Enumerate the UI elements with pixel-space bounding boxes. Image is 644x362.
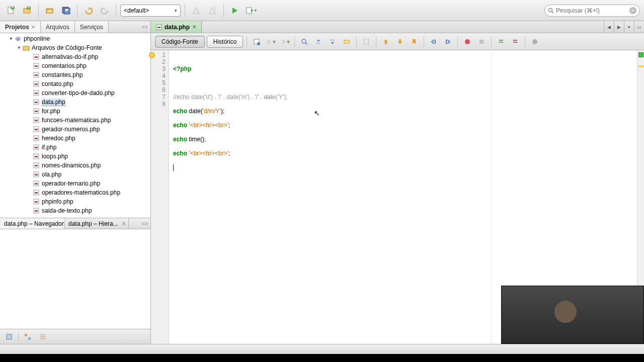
tree-file-item[interactable]: data.php [0,98,150,107]
tree-file-item[interactable]: phpinfo.php [0,197,150,206]
folder-icon [22,44,30,51]
svg-rect-36 [35,138,38,139]
new-file-icon[interactable]: + [4,4,18,18]
close-tab-icon[interactable]: ✕ [192,24,196,30]
build-icon[interactable] [189,4,203,18]
run-config-combo[interactable]: <default> ▾ [120,5,181,17]
uncomment-icon[interactable] [509,36,521,48]
tree-file-item[interactable]: saida-de-texto.php [0,206,150,215]
close-icon[interactable]: ✕ [31,25,35,30]
run-icon[interactable] [228,4,242,18]
tree-file-item[interactable]: ola.php [0,170,150,179]
view-history-button[interactable]: Histórico [207,36,244,48]
svg-rect-66 [331,39,335,41]
nav-icon-2[interactable] [22,331,34,343]
search-input[interactable] [556,7,627,14]
line-gutter: 1 2 3 4 5 6 7 8 [151,50,169,344]
prev-bookmark-icon[interactable] [380,36,392,48]
maximize-editor-icon[interactable]: ▭ [634,21,644,33]
toggle-bookmark-icon[interactable] [408,36,420,48]
tree-source-folder[interactable]: ▼ Arquivos de Código-Fonte [0,43,150,52]
redo-icon[interactable] [98,4,112,18]
tab-list-icon[interactable]: ▾ [624,21,634,33]
search-box[interactable]: ✕ [544,5,640,17]
navigator-toolbar [0,329,150,344]
prev-tab-icon[interactable]: ◀ [604,21,614,33]
open-icon[interactable] [43,4,57,18]
warning-marker-icon[interactable] [638,65,643,67]
undo-icon[interactable] [82,4,96,18]
tree-file-item[interactable]: operadores-matematicos.php [0,188,150,197]
svg-point-62 [257,42,260,45]
shift-left-icon[interactable] [428,36,440,48]
find-prev-icon[interactable] [312,36,325,48]
tree-file-item[interactable]: for.php [0,107,150,116]
tree-file-item[interactable]: alternativas-do-if.php [0,52,150,61]
php-file-icon [32,207,40,214]
forward-icon[interactable]: ▾ [279,36,291,48]
tab-services[interactable]: Serviços [75,21,109,33]
tree-file-item[interactable]: loops.php [0,152,150,161]
svg-rect-9 [65,9,68,11]
tab-navigator[interactable]: data.php – Navegador [0,218,64,229]
find-next-icon[interactable] [327,36,339,48]
php-file-icon [32,71,40,78]
new-project-icon[interactable]: + [20,4,34,18]
close-icon[interactable]: ✕ [121,220,126,227]
navigator-body [0,229,150,329]
minimize-panel-icon[interactable]: ▭ [139,21,150,33]
toggle-rect-select-icon[interactable] [360,36,372,48]
last-edit-icon[interactable] [251,36,263,48]
php-file-icon [32,189,40,196]
comment-icon[interactable] [495,36,507,48]
macro-stop-icon[interactable] [475,36,488,48]
tree-file-item[interactable]: contato.php [0,79,150,88]
debug-icon[interactable]: ▾ [244,4,258,18]
svg-rect-42 [35,165,38,166]
tab-hierarchy[interactable]: data.php – Hiera...✕ [64,218,129,229]
disclosure-triangle-icon[interactable]: ▼ [8,36,14,41]
find-selection-icon[interactable] [298,36,310,48]
svg-rect-38 [35,147,38,148]
panel-tabs: Projetos✕ Arquivos Serviços ▭ [0,21,150,33]
macro-record-icon[interactable] [461,36,473,48]
save-all-icon[interactable] [59,4,73,18]
svg-point-80 [532,39,537,44]
shift-right-icon[interactable] [442,36,454,48]
tree-file-item[interactable]: converter-tipo-de-dado.php [0,88,150,98]
svg-rect-70 [399,39,401,42]
nav-icon-1[interactable] [3,331,15,343]
view-source-button[interactable]: Código-Fonte [155,36,205,48]
editor-tabs: data.php ✕ ◀ ▶ ▾ ▭ [151,21,644,33]
php-file-icon [32,108,40,115]
disclosure-triangle-icon[interactable]: ▼ [16,45,22,50]
svg-rect-16 [23,46,29,50]
svg-text:php: php [15,36,22,41]
nav-icon-3[interactable] [37,331,49,343]
editor-tab-data-php[interactable]: data.php ✕ [151,21,202,33]
goto-icon[interactable] [529,36,541,48]
svg-rect-28 [35,102,38,103]
next-bookmark-icon[interactable] [394,36,406,48]
project-tree[interactable]: ▼ php phponline ▼ Arquivos de Código-Fon… [0,33,150,218]
tree-file-item[interactable]: gerador-numeros.php [0,125,150,134]
tree-file-item[interactable]: operador-ternario.php [0,179,150,188]
tab-files[interactable]: Arquivos [41,21,75,33]
highlight-icon[interactable] [341,36,353,48]
tree-file-item[interactable]: nomes-dinamicos.php [0,161,150,170]
tree-file-item[interactable]: if.php [0,143,150,152]
back-icon[interactable]: ▾ [265,36,277,48]
clean-build-icon[interactable] [205,4,219,18]
svg-rect-18 [35,56,38,58]
svg-rect-48 [35,192,38,194]
tree-project-node[interactable]: ▼ php phponline [0,34,150,43]
clear-search-icon[interactable]: ✕ [629,7,636,14]
tree-file-item[interactable]: comentarios.php [0,61,150,70]
tab-projects[interactable]: Projetos✕ [0,21,41,33]
tree-file-item[interactable]: heredoc.php [0,134,150,143]
php-file-icon [32,117,40,124]
tree-file-item[interactable]: funcoes-matematicas.php [0,116,150,125]
minimize-panel-icon[interactable]: ▭ [139,218,150,229]
next-tab-icon[interactable]: ▶ [614,21,624,33]
tree-file-item[interactable]: constantes.php [0,70,150,79]
